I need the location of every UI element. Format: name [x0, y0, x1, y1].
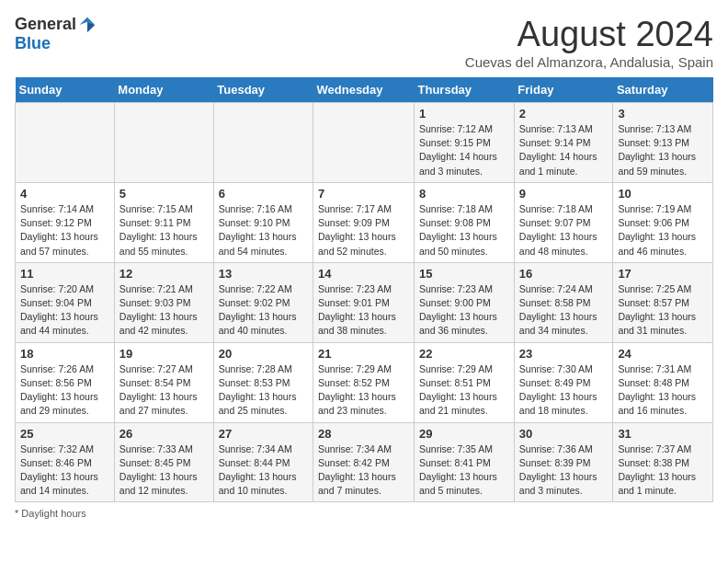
- calendar-cell: [114, 103, 213, 183]
- day-info: Sunrise: 7:20 AMSunset: 9:04 PMDaylight:…: [20, 282, 109, 339]
- column-header-tuesday: Tuesday: [213, 77, 313, 103]
- day-number: 26: [119, 427, 209, 441]
- day-info: Sunrise: 7:21 AMSunset: 9:03 PMDaylight:…: [119, 282, 209, 339]
- calendar-cell: 30Sunrise: 7:36 AMSunset: 8:39 PMDayligh…: [514, 422, 613, 502]
- calendar-week-row: 1Sunrise: 7:12 AMSunset: 9:15 PMDaylight…: [16, 103, 713, 183]
- calendar-cell: 12Sunrise: 7:21 AMSunset: 9:03 PMDayligh…: [114, 262, 213, 342]
- day-info: Sunrise: 7:15 AMSunset: 9:11 PMDaylight:…: [119, 202, 209, 259]
- calendar-cell: 26Sunrise: 7:33 AMSunset: 8:45 PMDayligh…: [114, 422, 213, 502]
- day-number: 14: [318, 267, 409, 281]
- day-info: Sunrise: 7:17 AMSunset: 9:09 PMDaylight:…: [318, 202, 409, 259]
- footer-note-text: Daylight hours: [21, 508, 85, 519]
- column-header-friday: Friday: [514, 77, 613, 103]
- logo-general: General: [15, 15, 76, 34]
- day-number: 25: [20, 427, 109, 441]
- day-number: 19: [119, 347, 209, 361]
- day-info: Sunrise: 7:24 AMSunset: 8:58 PMDaylight:…: [519, 282, 609, 339]
- day-info: Sunrise: 7:19 AMSunset: 9:06 PMDaylight:…: [618, 202, 708, 259]
- calendar-cell: 3Sunrise: 7:13 AMSunset: 9:13 PMDaylight…: [613, 103, 713, 183]
- calendar-week-row: 4Sunrise: 7:14 AMSunset: 9:12 PMDaylight…: [16, 182, 713, 262]
- day-number: 20: [219, 347, 308, 361]
- day-info: Sunrise: 7:37 AMSunset: 8:38 PMDaylight:…: [618, 442, 708, 499]
- calendar-cell: 27Sunrise: 7:34 AMSunset: 8:44 PMDayligh…: [213, 422, 313, 502]
- day-info: Sunrise: 7:18 AMSunset: 9:07 PMDaylight:…: [519, 202, 609, 259]
- calendar-header-row: SundayMondayTuesdayWednesdayThursdayFrid…: [16, 77, 713, 103]
- day-info: Sunrise: 7:12 AMSunset: 9:15 PMDaylight:…: [419, 122, 509, 178]
- day-info: Sunrise: 7:27 AMSunset: 8:54 PMDaylight:…: [119, 362, 209, 419]
- calendar-cell: 15Sunrise: 7:23 AMSunset: 9:00 PMDayligh…: [415, 262, 515, 342]
- calendar-cell: 17Sunrise: 7:25 AMSunset: 8:57 PMDayligh…: [613, 262, 713, 342]
- day-number: 21: [318, 347, 409, 361]
- column-header-wednesday: Wednesday: [313, 77, 415, 103]
- day-info: Sunrise: 7:14 AMSunset: 9:12 PMDaylight:…: [20, 202, 109, 259]
- day-info: Sunrise: 7:32 AMSunset: 8:46 PMDaylight:…: [20, 442, 109, 499]
- day-number: 23: [519, 347, 609, 361]
- day-number: 12: [119, 267, 209, 281]
- day-number: 15: [419, 267, 509, 281]
- day-number: 13: [219, 267, 308, 281]
- day-info: Sunrise: 7:26 AMSunset: 8:56 PMDaylight:…: [20, 362, 109, 419]
- calendar-cell: 25Sunrise: 7:32 AMSunset: 8:46 PMDayligh…: [16, 422, 115, 502]
- calendar-cell: 23Sunrise: 7:30 AMSunset: 8:49 PMDayligh…: [514, 342, 613, 422]
- location-title: Cuevas del Almanzora, Andalusia, Spain: [465, 54, 713, 70]
- day-info: Sunrise: 7:31 AMSunset: 8:48 PMDaylight:…: [618, 362, 708, 419]
- calendar-cell: 21Sunrise: 7:29 AMSunset: 8:52 PMDayligh…: [313, 342, 415, 422]
- calendar-cell: 24Sunrise: 7:31 AMSunset: 8:48 PMDayligh…: [613, 342, 713, 422]
- calendar-table: SundayMondayTuesdayWednesdayThursdayFrid…: [15, 77, 713, 502]
- calendar-cell: 18Sunrise: 7:26 AMSunset: 8:56 PMDayligh…: [16, 342, 115, 422]
- footer-note: * Daylight hours: [15, 508, 713, 519]
- day-number: 31: [618, 427, 708, 441]
- day-number: 8: [419, 187, 509, 201]
- calendar-cell: 28Sunrise: 7:34 AMSunset: 8:42 PMDayligh…: [313, 422, 415, 502]
- day-number: 4: [20, 187, 109, 201]
- calendar-cell: 20Sunrise: 7:28 AMSunset: 8:53 PMDayligh…: [213, 342, 313, 422]
- calendar-cell: 31Sunrise: 7:37 AMSunset: 8:38 PMDayligh…: [613, 422, 713, 502]
- day-number: 27: [219, 427, 308, 441]
- column-header-thursday: Thursday: [415, 77, 515, 103]
- calendar-cell: 29Sunrise: 7:35 AMSunset: 8:41 PMDayligh…: [415, 422, 515, 502]
- calendar-cell: 2Sunrise: 7:13 AMSunset: 9:14 PMDaylight…: [514, 103, 613, 183]
- day-info: Sunrise: 7:25 AMSunset: 8:57 PMDaylight:…: [618, 282, 708, 339]
- day-number: 29: [419, 427, 509, 441]
- calendar-cell: 5Sunrise: 7:15 AMSunset: 9:11 PMDaylight…: [114, 182, 213, 262]
- day-number: 16: [519, 267, 609, 281]
- day-number: 6: [219, 187, 308, 201]
- day-number: 3: [618, 107, 708, 121]
- day-info: Sunrise: 7:22 AMSunset: 9:02 PMDaylight:…: [219, 282, 308, 339]
- title-area: August 2024 Cuevas del Almanzora, Andalu…: [465, 15, 713, 70]
- logo-blue: Blue: [15, 34, 51, 53]
- day-number: 7: [318, 187, 409, 201]
- header: General Blue August 2024 Cuevas del Alma…: [15, 15, 713, 70]
- month-title: August 2024: [465, 15, 713, 54]
- day-info: Sunrise: 7:13 AMSunset: 9:14 PMDaylight:…: [519, 122, 609, 178]
- day-number: 1: [419, 107, 509, 121]
- day-info: Sunrise: 7:23 AMSunset: 9:00 PMDaylight:…: [419, 282, 509, 339]
- calendar-cell: 7Sunrise: 7:17 AMSunset: 9:09 PMDaylight…: [313, 182, 415, 262]
- calendar-cell: 19Sunrise: 7:27 AMSunset: 8:54 PMDayligh…: [114, 342, 213, 422]
- day-number: 30: [519, 427, 609, 441]
- column-header-saturday: Saturday: [613, 77, 713, 103]
- day-info: Sunrise: 7:34 AMSunset: 8:44 PMDaylight:…: [219, 442, 308, 499]
- calendar-cell: 9Sunrise: 7:18 AMSunset: 9:07 PMDaylight…: [514, 182, 613, 262]
- calendar-cell: 14Sunrise: 7:23 AMSunset: 9:01 PMDayligh…: [313, 262, 415, 342]
- calendar-cell: 13Sunrise: 7:22 AMSunset: 9:02 PMDayligh…: [213, 262, 313, 342]
- calendar-cell: [313, 103, 415, 183]
- day-info: Sunrise: 7:35 AMSunset: 8:41 PMDaylight:…: [419, 442, 509, 499]
- day-number: 22: [419, 347, 509, 361]
- day-info: Sunrise: 7:28 AMSunset: 8:53 PMDaylight:…: [219, 362, 308, 419]
- logo: General Blue: [15, 15, 97, 53]
- day-number: 17: [618, 267, 708, 281]
- day-number: 18: [20, 347, 109, 361]
- calendar-cell: 6Sunrise: 7:16 AMSunset: 9:10 PMDaylight…: [213, 182, 313, 262]
- calendar-cell: 11Sunrise: 7:20 AMSunset: 9:04 PMDayligh…: [16, 262, 115, 342]
- day-info: Sunrise: 7:33 AMSunset: 8:45 PMDaylight:…: [119, 442, 209, 499]
- day-info: Sunrise: 7:29 AMSunset: 8:51 PMDaylight:…: [419, 362, 509, 419]
- day-info: Sunrise: 7:34 AMSunset: 8:42 PMDaylight:…: [318, 442, 409, 499]
- calendar-week-row: 11Sunrise: 7:20 AMSunset: 9:04 PMDayligh…: [16, 262, 713, 342]
- calendar-cell: 16Sunrise: 7:24 AMSunset: 8:58 PMDayligh…: [514, 262, 613, 342]
- day-info: Sunrise: 7:13 AMSunset: 9:13 PMDaylight:…: [618, 122, 708, 178]
- day-info: Sunrise: 7:18 AMSunset: 9:08 PMDaylight:…: [419, 202, 509, 259]
- calendar-week-row: 25Sunrise: 7:32 AMSunset: 8:46 PMDayligh…: [16, 422, 713, 502]
- column-header-sunday: Sunday: [16, 77, 115, 103]
- column-header-monday: Monday: [114, 77, 213, 103]
